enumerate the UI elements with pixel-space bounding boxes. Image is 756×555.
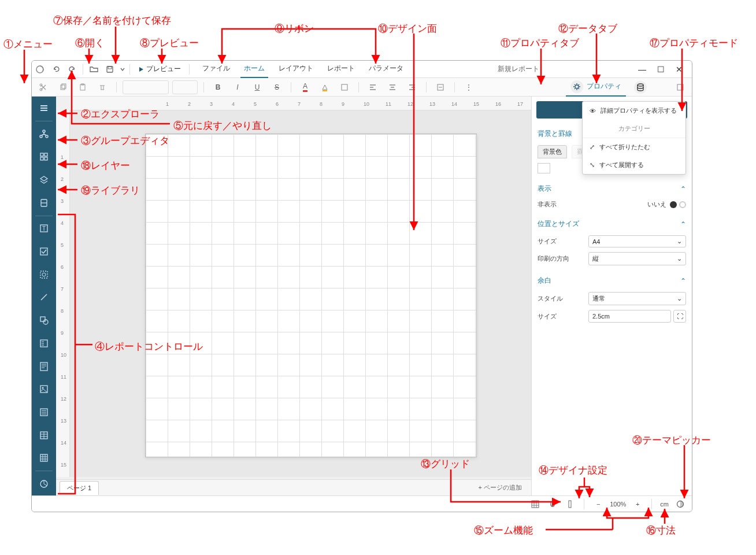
group-editor-button[interactable] xyxy=(32,145,56,168)
richtext-tool[interactable] xyxy=(32,355,56,378)
fontsize-select[interactable] xyxy=(172,80,198,94)
line-tool[interactable] xyxy=(32,286,56,309)
chart-tool[interactable] xyxy=(32,472,56,495)
align-center-button[interactable] xyxy=(384,80,401,94)
preview-label: プレビュー xyxy=(146,64,181,74)
left-rail: T xyxy=(32,97,56,495)
theme-picker-button[interactable] xyxy=(675,498,686,510)
save-dropdown-button[interactable] xyxy=(118,61,127,77)
zoom-out-button[interactable]: − xyxy=(592,498,604,510)
italic-button[interactable]: I xyxy=(229,80,246,94)
delete-button[interactable] xyxy=(94,80,110,94)
svg-rect-62 xyxy=(40,454,47,461)
menu-button[interactable] xyxy=(32,97,56,120)
close-button[interactable]: ✕ xyxy=(672,62,686,76)
svg-text:T: T xyxy=(42,225,46,232)
image-tool[interactable] xyxy=(32,378,56,401)
hidden-value: いいえ xyxy=(647,200,666,209)
add-page-button[interactable]: + ページの追加 xyxy=(473,481,528,494)
underline-button[interactable]: U xyxy=(249,80,265,94)
annot-1: ①メニュー xyxy=(3,38,53,51)
data-tab[interactable] xyxy=(629,79,651,96)
margin-style-select[interactable]: 通常⌄ xyxy=(588,292,686,305)
size-select[interactable]: A4⌄ xyxy=(588,235,686,247)
open-button[interactable] xyxy=(86,61,102,77)
tab-report[interactable]: レポート xyxy=(324,60,358,78)
unit-button[interactable]: cm xyxy=(660,501,669,508)
align-left-button[interactable] xyxy=(365,80,381,94)
zoom-value: 100% xyxy=(610,501,626,508)
tablix-tool[interactable] xyxy=(32,447,56,470)
snap-toggle-button[interactable] xyxy=(547,498,558,510)
tab-layout[interactable]: レイアウト xyxy=(275,60,317,78)
section-position[interactable]: 位置とサイズ⌃ xyxy=(538,216,686,233)
toc-tool[interactable] xyxy=(32,332,56,355)
strike-button[interactable]: S xyxy=(269,80,285,94)
expand-icon: ⤡ xyxy=(590,161,595,169)
fill-color-button[interactable] xyxy=(317,80,333,94)
shape-tool[interactable] xyxy=(32,309,56,332)
menu-show-detail[interactable]: 👁詳細プロパティを表示する xyxy=(583,102,685,120)
eye-icon: 👁 xyxy=(590,108,596,114)
panel-toggle-button[interactable] xyxy=(672,80,688,94)
align-right-button[interactable] xyxy=(404,80,420,94)
svg-point-38 xyxy=(638,84,643,86)
save-button[interactable] xyxy=(102,61,118,77)
bold-button[interactable]: B xyxy=(210,80,226,94)
border-button[interactable] xyxy=(336,80,353,94)
list-tool[interactable] xyxy=(32,401,56,424)
svg-point-55 xyxy=(43,320,48,324)
copy-button[interactable] xyxy=(55,80,71,94)
table-tool[interactable] xyxy=(32,424,56,447)
toggle-hidden[interactable] xyxy=(670,201,686,208)
section-margin[interactable]: 余白⌃ xyxy=(538,272,686,290)
design-area: 123456789101112131415161718 123456789101… xyxy=(56,97,531,495)
bg-color-tab[interactable]: 背景色 xyxy=(538,145,567,158)
redo-button[interactable] xyxy=(64,61,80,77)
library-button[interactable] xyxy=(32,191,56,214)
grid-toggle-button[interactable] xyxy=(529,498,541,510)
undo-button[interactable] xyxy=(48,61,64,77)
property-tab[interactable]: プロパティ xyxy=(566,78,626,97)
textbox-tool[interactable]: T xyxy=(32,217,56,240)
section-display[interactable]: 表示⌃ xyxy=(538,180,686,198)
label-hidden: 非表示 xyxy=(538,200,584,209)
preview-button[interactable]: プレビュー xyxy=(132,64,187,74)
annot-18: ⑱レイヤー xyxy=(81,159,130,172)
application-window: プレビュー ファイル ホーム レイアウト レポート パラメータ 新規レポート —… xyxy=(31,60,692,512)
svg-rect-47 xyxy=(45,157,47,160)
annot-14: ⑭デザイナ設定 xyxy=(539,464,607,477)
annot-19: ⑲ライブラリ xyxy=(81,184,140,197)
maximize-button[interactable]: ☐ xyxy=(654,62,668,76)
label-size: サイズ xyxy=(538,237,584,246)
font-color-button[interactable]: A xyxy=(297,80,313,94)
annot-15: ⑮ズーム機能 xyxy=(474,524,533,537)
layers-button[interactable] xyxy=(32,168,56,191)
menu-collapse-all[interactable]: ⤢すべて折りたたむ xyxy=(583,138,685,156)
page-tab-1[interactable]: ページ 1 xyxy=(60,481,99,495)
explorer-button[interactable] xyxy=(32,123,56,146)
tab-file[interactable]: ファイル xyxy=(199,60,234,78)
snap-ruler-button[interactable] xyxy=(564,498,576,510)
bg-color-swatch[interactable] xyxy=(538,163,550,173)
minimize-button[interactable]: — xyxy=(635,62,649,76)
zoom-in-button[interactable]: + xyxy=(632,498,643,510)
svg-rect-52 xyxy=(40,271,47,278)
more-button[interactable]: ⋮ xyxy=(461,80,477,94)
margin-expand-button[interactable]: ⛶ xyxy=(673,310,686,323)
tab-home[interactable]: ホーム xyxy=(240,60,268,78)
checkbox-tool[interactable] xyxy=(32,240,56,263)
ribbon-tabs: ファイル ホーム レイアウト レポート パラメータ xyxy=(199,60,407,78)
tab-parameter[interactable]: パラメータ xyxy=(365,60,407,78)
valign-button[interactable] xyxy=(432,80,449,94)
annot-5: ⑤元に戻す／やり直し xyxy=(173,119,272,132)
font-select[interactable] xyxy=(123,80,169,94)
margin-size-input[interactable]: 2.5cm xyxy=(588,310,671,323)
canvas[interactable] xyxy=(70,110,531,477)
container-tool[interactable] xyxy=(32,263,56,286)
design-page[interactable] xyxy=(145,134,477,457)
orientation-select[interactable]: 縦⌄ xyxy=(588,252,686,265)
paste-button[interactable] xyxy=(75,80,91,94)
cut-button[interactable] xyxy=(35,80,51,94)
menu-expand-all[interactable]: ⤡すべて展開する xyxy=(583,156,685,174)
